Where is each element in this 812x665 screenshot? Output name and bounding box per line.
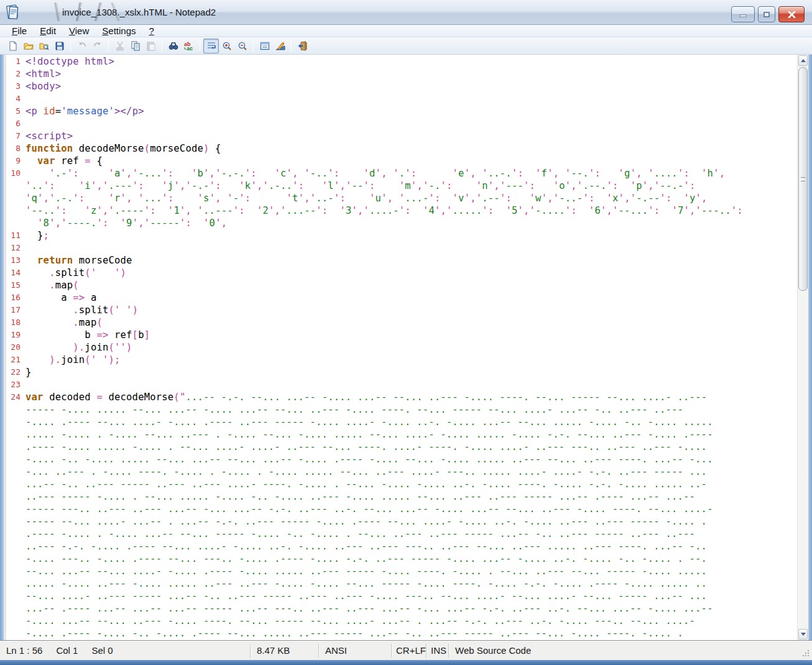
notepad2-app-icon[interactable] — [5, 4, 21, 21]
line-number[interactable] — [6, 416, 25, 428]
code-text[interactable]: -.... -.. -.... ..... --... ...-- --... … — [25, 453, 713, 466]
menu-edit[interactable]: Edit — [34, 25, 62, 37]
editor-row[interactable]: ...-- .---- ...-- ...-- ...-- ----- ...-… — [6, 602, 797, 615]
editor[interactable]: 1<!doctype html>2<html>3<body>45<p id='m… — [6, 55, 797, 640]
status-insert-mode[interactable]: INS — [427, 644, 449, 658]
line-number[interactable]: 9 — [6, 155, 25, 167]
editor-row[interactable]: --... ...-- --... ....- -.... .---- -...… — [6, 565, 797, 577]
save-file-button[interactable] — [52, 39, 67, 53]
line-number[interactable]: 13 — [6, 254, 25, 267]
line-number[interactable]: 6 — [6, 117, 25, 130]
code-text[interactable]: ----- --... ....- ...-- . ...-- -.-. ..-… — [25, 515, 707, 528]
menu-file[interactable]: File — [6, 25, 32, 37]
editor-row[interactable]: 23 — [6, 378, 797, 391]
editor-row[interactable]: 24var decoded = decodeMorse("...-- -.-. … — [6, 391, 797, 403]
line-number[interactable]: 24 — [6, 391, 25, 403]
title-bar[interactable]: invoice_1308._xslx.hTML - Notepad2 — [0, 0, 812, 25]
line-number[interactable]: 21 — [6, 354, 25, 366]
zoom-out-button[interactable] — [234, 39, 250, 53]
editor-row[interactable]: 11 }; — [6, 229, 797, 242]
editor-row[interactable]: 13 return morseCode — [6, 254, 797, 267]
copy-button[interactable] — [127, 39, 143, 53]
undo-button[interactable] — [74, 39, 90, 53]
cut-button[interactable] — [112, 39, 127, 53]
code-text[interactable]: ----- -.... ..... --... ...-- -.... ...-… — [25, 403, 683, 416]
editor-row[interactable]: 19 b => ref[b] — [6, 329, 797, 341]
editor-row[interactable]: 6 — [6, 117, 797, 130]
scroll-down-button[interactable] — [798, 629, 808, 640]
line-number[interactable]: 2 — [6, 68, 25, 80]
maximize-button[interactable] — [758, 6, 775, 22]
code-text[interactable]: '.-': 'a','-...': 'b','-.-.': 'c', '-..'… — [25, 167, 725, 180]
editor-row[interactable]: 9 var ref = { — [6, 155, 797, 167]
editor-row[interactable]: 16 a => a — [6, 291, 797, 304]
line-number[interactable] — [6, 515, 25, 528]
editor-row[interactable]: ----- -.... ..... --... ...-- -.... ...-… — [6, 403, 797, 416]
code-text[interactable]: 'q','.-.': 'r', '...': 's', '-': 't','..… — [25, 192, 708, 204]
editor-row[interactable]: 2<html> — [6, 68, 797, 80]
line-number[interactable] — [6, 503, 25, 515]
code-text[interactable]: -.... ---.. -.... .---- --... ---.. -...… — [25, 553, 707, 565]
code-text[interactable]: <script> — [25, 130, 73, 142]
code-text[interactable]: function decodeMorse(morseCode) { — [25, 142, 221, 155]
code-text[interactable]: '8','----.': '9','-----': '0', — [25, 217, 227, 229]
code-text[interactable]: }; — [25, 229, 49, 242]
code-text[interactable]: .map( — [25, 279, 79, 291]
line-number[interactable] — [6, 528, 25, 540]
menu-help[interactable]: ? — [144, 25, 160, 37]
code-text[interactable]: ...-- -.. ..--- ----- ..--- ..--- ....- … — [25, 478, 707, 490]
open-file-button[interactable] — [21, 39, 36, 53]
editor-row[interactable]: 18 .map( — [6, 316, 797, 329]
editor-row[interactable]: -.... ...-- --... ..--- -.... ----. --..… — [6, 615, 797, 627]
code-text[interactable]: ..--- ----- -.... . --... ..... -.... -.… — [25, 490, 695, 503]
code-text[interactable]: .map( — [25, 316, 103, 329]
code-text[interactable]: b => ref[b] — [25, 329, 150, 341]
line-number[interactable] — [6, 602, 25, 615]
code-text[interactable]: <body> — [25, 80, 61, 93]
vertical-scrollbar[interactable] — [797, 55, 808, 640]
code-text[interactable]: .split(' ') — [25, 267, 126, 279]
editor-row[interactable]: -.... .---- --... ....- -.... .---- ..--… — [6, 416, 797, 428]
code-text[interactable]: <html> — [25, 68, 61, 80]
editor-row[interactable]: 20 ).join('') — [6, 341, 797, 354]
line-number[interactable]: 20 — [6, 341, 25, 354]
minimize-button[interactable] — [731, 6, 755, 22]
editor-row[interactable]: ----- --... ....- ...-- . ...-- -.-. ..-… — [6, 515, 797, 528]
status-line-endings[interactable]: CR+LF — [392, 644, 427, 658]
editor-row[interactable]: ..... -.... . -.... --... ..--- . -.... … — [6, 428, 797, 441]
editor-row[interactable]: 14 .split(' ') — [6, 267, 797, 279]
code-text[interactable]: ).join('') — [25, 341, 132, 354]
code-text[interactable]: <!doctype html> — [25, 55, 114, 68]
paste-button[interactable] — [143, 39, 159, 53]
code-text[interactable]: var decoded = decodeMorse("...-- -.-. --… — [25, 391, 707, 403]
code-text[interactable]: var ref = { — [25, 155, 103, 167]
line-number[interactable] — [6, 553, 25, 565]
line-number[interactable]: 10 — [6, 167, 25, 180]
line-number[interactable] — [6, 180, 25, 192]
editor-row[interactable]: 12 — [6, 242, 797, 254]
editor-row[interactable]: -.... -.. -.... ..... --... ...-- --... … — [6, 453, 797, 466]
status-file-size[interactable]: 8.47 KB — [251, 644, 319, 658]
editor-row[interactable]: '--..': 'z','.----': '1', '..---': '2','… — [6, 204, 797, 217]
editor-row[interactable]: ----- ---.. ..--- ..--- ...-- -... ...--… — [6, 503, 797, 515]
editor-row[interactable]: -... ..--- . -.... ----. -.... . -.... .… — [6, 466, 797, 478]
line-number[interactable]: 17 — [6, 304, 25, 316]
line-number[interactable]: 7 — [6, 130, 25, 142]
new-file-button[interactable] — [5, 39, 21, 53]
scroll-up-button[interactable] — [798, 55, 808, 66]
code-text[interactable]: -.... .---- --... ....- -.... .---- ..--… — [25, 416, 713, 428]
editor-row[interactable]: ..--- ----- -.... . --... ..... -.... -.… — [6, 490, 797, 503]
editor-row[interactable]: '..': 'i','.---': 'j','-.-': 'k','.-..':… — [6, 180, 797, 192]
line-number[interactable] — [6, 540, 25, 553]
code-text[interactable]: -.... ...-- --... ..--- -.... ----. --..… — [25, 615, 695, 627]
line-number[interactable] — [6, 441, 25, 453]
editor-row[interactable]: 5<p id='message'></p> — [6, 105, 797, 117]
word-wrap-button[interactable] — [203, 39, 219, 53]
line-number[interactable]: 15 — [6, 279, 25, 291]
editor-row[interactable]: '8','----.': '9','-----': '0', — [6, 217, 797, 229]
line-number[interactable] — [6, 453, 25, 466]
status-syntax-scheme[interactable]: Web Source Code — [449, 644, 812, 658]
editor-row[interactable]: 1<!doctype html> — [6, 55, 797, 68]
line-number[interactable]: 1 — [6, 55, 25, 68]
code-text[interactable]: return morseCode — [25, 254, 132, 267]
